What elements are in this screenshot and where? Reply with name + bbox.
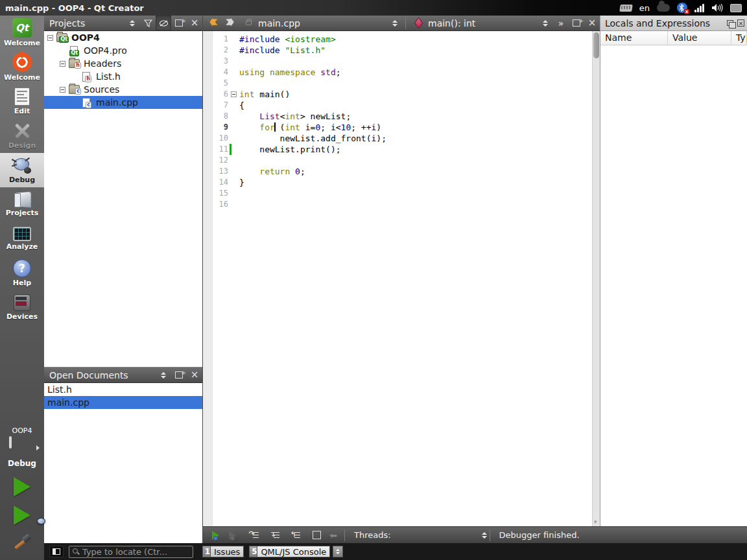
code-line-15[interactable]: 15 — [213, 188, 600, 199]
code-line-4[interactable]: 4using namespace std; — [213, 67, 600, 78]
issues-pane-button[interactable]: Issues — [210, 546, 244, 557]
code-line-6[interactable]: 6int main() — [213, 89, 600, 100]
code-area[interactable]: 1#include <iostream>2#include "List.h"34… — [213, 31, 600, 526]
close-locals-icon[interactable]: × — [737, 19, 744, 27]
mode-item-welcome-ubuntu[interactable]: Welcome — [0, 50, 44, 84]
volume-icon[interactable] — [711, 3, 723, 12]
code-line-8[interactable]: 8 List<int> newList; — [213, 111, 600, 122]
open-documents-title[interactable]: Open Documents — [44, 370, 156, 380]
symbol-dropdown[interactable]: main(): int — [409, 16, 553, 30]
console-pane-button[interactable]: QML/JS Console — [257, 546, 330, 557]
mode-item-projects[interactable]: Projects — [0, 187, 44, 222]
mode-item-analyze[interactable]: Analyze — [0, 222, 44, 256]
threads-combo-arrows[interactable] — [482, 532, 487, 539]
code-line-14[interactable]: 14} — [213, 177, 600, 188]
panel-combo-arrows[interactable] — [156, 368, 171, 382]
tree-item-headers[interactable]: hHeaders — [44, 57, 202, 70]
mode-item-welcome-qt[interactable]: Qt Welcome — [0, 16, 44, 50]
code-line-12[interactable]: 12 — [213, 155, 600, 166]
run-debug-button[interactable] — [14, 506, 30, 525]
toggle-sidebar-button[interactable] — [49, 546, 64, 557]
step-into-button[interactable]: ↴ — [267, 528, 283, 543]
kit-selector[interactable]: OOP4 Debug — [0, 426, 44, 477]
cloud-icon[interactable] — [657, 4, 670, 12]
go-forward-icon[interactable] — [225, 18, 234, 29]
output-pane-arrows[interactable] — [333, 546, 343, 557]
code-line-10[interactable]: 10 newList.add_front(i); — [213, 133, 600, 144]
scroll-down-icon[interactable]: ▾ — [594, 519, 597, 525]
code-line-16[interactable]: 16 — [213, 199, 600, 210]
collapse-expander-icon[interactable] — [47, 35, 53, 41]
build-button[interactable] — [12, 534, 32, 554]
step-out-button[interactable]: ↰ — [287, 528, 304, 543]
open-file-dropdown[interactable]: main.cpp — [258, 16, 403, 30]
locals-table-body[interactable] — [600, 45, 747, 535]
code-line-1[interactable]: 1#include <iostream> — [213, 34, 600, 45]
run-button[interactable] — [14, 477, 30, 496]
code-line-7[interactable]: 7{ — [213, 100, 600, 111]
split-editor-icon[interactable] — [569, 16, 584, 30]
column-header-value[interactable]: Value — [668, 31, 731, 45]
column-header-name[interactable]: Name — [600, 31, 668, 45]
code-editor[interactable]: 1#include <iostream>2#include "List.h"34… — [203, 31, 600, 526]
step-over-button[interactable]: ↷ — [246, 528, 263, 543]
panel-combo-arrows[interactable] — [124, 16, 140, 30]
split-panel-icon[interactable] — [171, 16, 187, 30]
go-back-icon[interactable] — [209, 18, 219, 29]
fold-margin — [228, 155, 239, 166]
sync-with-editor-icon[interactable] — [156, 16, 171, 30]
open-document-list-h[interactable]: List.h — [44, 383, 202, 396]
instruction-mode-button[interactable] — [308, 528, 325, 543]
open-document-main-cpp[interactable]: main.cpp — [44, 396, 202, 409]
collapse-expander-icon[interactable] — [60, 87, 65, 93]
tree-item-sources[interactable]: cSources — [44, 83, 202, 96]
mode-item-help[interactable]: ? Help — [0, 256, 44, 290]
mode-item-devices[interactable]: Devices — [0, 290, 44, 325]
file-lock-icon[interactable] — [246, 21, 252, 25]
code-text: #include "List.h" — [239, 45, 326, 56]
symbol-combo-arrows[interactable] — [538, 16, 553, 30]
keyboard-icon[interactable] — [619, 5, 633, 12]
file-combo-arrows[interactable] — [387, 16, 403, 30]
close-panel-icon[interactable]: × — [187, 16, 202, 30]
float-panel-icon[interactable] — [727, 20, 733, 26]
code-line-9[interactable]: 9 for (int i=0; i<10; ++i) — [213, 122, 600, 133]
bluetooth-off-icon[interactable]: x — [677, 3, 687, 13]
reverse-icon: ⬅ — [329, 530, 337, 541]
code-line-13[interactable]: 13 return 0; — [213, 166, 600, 177]
tree-item-list-h[interactable]: hList.h — [44, 70, 202, 83]
close-editor-icon[interactable]: × — [584, 16, 600, 30]
breakpoint-margin[interactable] — [203, 31, 213, 526]
tree-item-oop4[interactable]: QtOOP4 — [44, 31, 202, 44]
locator-field[interactable] — [69, 546, 193, 558]
scrollbar-thumb[interactable] — [593, 32, 599, 58]
locator-input[interactable] — [82, 547, 190, 557]
display-icon[interactable] — [730, 4, 742, 12]
network-signal-icon[interactable] — [694, 4, 704, 12]
close-panel-icon[interactable]: × — [187, 368, 202, 382]
filter-icon[interactable] — [140, 16, 156, 30]
line-number: 12 — [213, 155, 228, 166]
continue-button[interactable] — [207, 528, 224, 543]
split-panel-icon[interactable] — [171, 368, 187, 382]
threads-dropdown[interactable] — [391, 532, 487, 539]
column-header-type[interactable]: Type — [731, 31, 747, 45]
keyboard-layout-label[interactable]: en — [639, 3, 650, 13]
fold-marker-icon[interactable] — [231, 91, 237, 97]
tree-item-main-cpp[interactable]: cmain.cpp — [44, 96, 202, 109]
collapse-expander-icon[interactable] — [60, 61, 65, 67]
devices-phone-icon — [14, 294, 30, 311]
toolbar-overflow-button[interactable]: » — [553, 16, 569, 30]
mode-item-edit[interactable]: Edit — [0, 84, 44, 119]
mode-item-debug[interactable]: Debug — [0, 153, 44, 187]
code-line-11[interactable]: 11 newList.print(); — [213, 144, 600, 155]
code-line-5[interactable]: 5 — [213, 78, 600, 89]
code-line-2[interactable]: 2#include "List.h" — [213, 45, 600, 56]
editor-vertical-scrollbar[interactable]: ▾ — [592, 31, 600, 526]
debug-overlay-icon — [37, 518, 45, 524]
mode-item-design: Design — [0, 119, 44, 153]
code-line-3[interactable]: 3 — [213, 56, 600, 67]
projects-panel-title[interactable]: Projects — [44, 18, 124, 29]
tree-item-oop4-pro[interactable]: QtOOP4.pro — [44, 44, 202, 57]
interrupt-icon — [229, 531, 236, 540]
